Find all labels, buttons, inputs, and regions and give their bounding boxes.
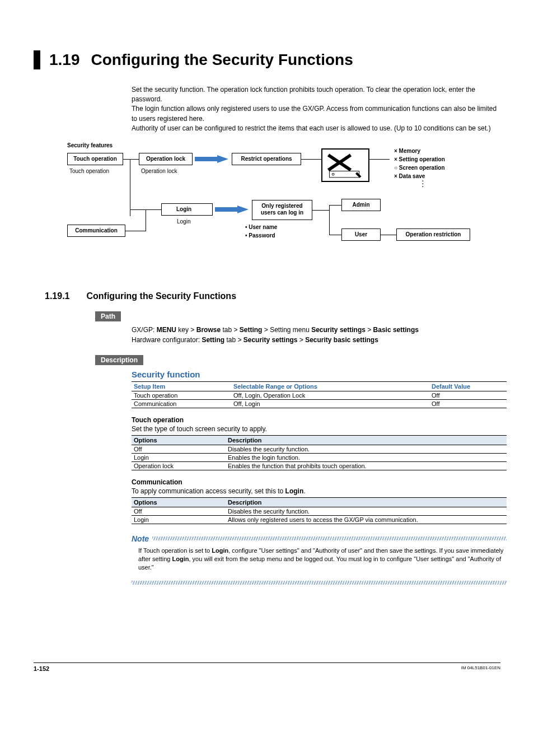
cell-opt: Operation lock (132, 461, 226, 470)
communication-table: Options Description Off Disables the sec… (132, 497, 507, 524)
ellipsis-icon: ··· (422, 180, 424, 188)
cell-item: Touch operation (132, 391, 231, 399)
cell-desc: Enables the login function. (226, 453, 507, 461)
page-footer: 1-152 IM 04L51B01-01EN (34, 662, 500, 672)
login-sub: Login (177, 218, 190, 225)
table-row: Touch operation Off, Login, Operation Lo… (132, 391, 507, 399)
path-sep: key > (176, 326, 196, 334)
cell-range: Off, Login (231, 399, 429, 408)
table-row: Options Description (132, 435, 507, 445)
table-row: Operation lock Enables the function that… (132, 461, 507, 470)
cell-opt: Login (132, 515, 226, 524)
path-setting: Setting (240, 326, 263, 334)
note-body: If Touch operation is set to Login, conf… (132, 543, 507, 581)
path-sep: > (297, 336, 305, 344)
svg-marker-5 (215, 206, 249, 213)
path-hw-lead: Hardware configurator: (132, 336, 202, 344)
restrict-operations-box: Restrict operations (232, 153, 301, 166)
path-sep: tab > (221, 326, 240, 334)
th-desc: Description (226, 435, 507, 445)
title-bar (34, 50, 40, 69)
th-default: Default Value (429, 381, 507, 391)
path-browse: Browse (196, 326, 221, 334)
table-row: Options Description (132, 497, 507, 507)
th-options: Options (132, 497, 226, 507)
note-block: Note If Touch operation is set to Login,… (132, 534, 507, 585)
user-name-label: • User name (245, 223, 277, 231)
communication-lead-b: Login (285, 487, 304, 495)
path-security-settings: Security settings (311, 326, 366, 334)
touch-operation-heading: Touch operation (132, 416, 500, 424)
communication-lead: To apply communication access security, … (132, 487, 500, 495)
login-box: Login (161, 203, 213, 216)
path-hw-sec: Security settings (243, 336, 298, 344)
page-number: 1-152 (34, 665, 49, 672)
bullet-setting-op: × Setting operation (394, 156, 445, 163)
doc-id: IM 04L51B01-01EN (461, 665, 500, 672)
arrow-icon (195, 155, 228, 163)
user-box: User (341, 228, 381, 241)
communication-lead-a: To apply communication access security, … (132, 487, 285, 495)
cell-default: Off (429, 391, 507, 399)
bullet-screen-op: ○ Screen operation (394, 164, 445, 171)
table-row: Login Enables the login function. (132, 453, 507, 461)
path-gxgp: GX/GP: MENU key > Browse tab > Setting >… (132, 325, 500, 335)
path-chip: Path (95, 311, 121, 321)
operation-restriction-box: Operation restriction (396, 228, 470, 241)
subsection-heading: 1.19.1 Configuring the Security Function… (45, 291, 500, 301)
only-registered-l2: users can log in (261, 209, 303, 216)
path-basic: Basic settings (373, 326, 419, 334)
path-sep: tab > (224, 336, 243, 344)
cell-opt: Login (132, 453, 226, 461)
admin-box: Admin (341, 199, 381, 212)
note-e: , you will exit from the setup menu and … (138, 556, 501, 571)
note-stripe-icon (152, 536, 507, 540)
path-hw: Hardware configurator: Setting tab > Sec… (132, 335, 500, 345)
cell-desc: Enables the function that prohibits touc… (226, 461, 507, 470)
note-stripe-icon (132, 581, 507, 585)
operation-lock-sub: Operation lock (141, 167, 177, 175)
subsection-title: Configuring the Security Functions (86, 291, 236, 301)
path-setting-menu: Setting menu (270, 326, 311, 334)
touch-operation-table: Options Description Off Disables the sec… (132, 435, 507, 470)
touch-operation-lead: Set the type of touch screen security to… (132, 425, 500, 433)
cross-screen-icon (324, 151, 367, 179)
path-lead: GX/GP: (132, 326, 157, 334)
cell-desc: Disables the security function. (226, 507, 507, 515)
cell-desc: Allows only registered users to access t… (226, 515, 507, 524)
cell-range: Off, Login, Operation Lock (231, 391, 429, 399)
subsection-number: 1.19.1 (45, 291, 69, 301)
note-a: If Touch operation is set to (138, 547, 212, 554)
path-sep: > (366, 326, 373, 334)
screen-box (321, 148, 369, 182)
path-block: GX/GP: MENU key > Browse tab > Setting >… (132, 325, 500, 345)
svg-marker-0 (195, 155, 228, 163)
th-setup-item: Setup Item (132, 381, 231, 391)
path-menu: MENU (157, 326, 176, 334)
bullet-data-save: × Data save (394, 172, 425, 180)
th-options: Options (132, 435, 226, 445)
communication-lead-c: . (303, 487, 305, 495)
intro-block: Set the security function. The operation… (132, 85, 500, 134)
th-desc: Description (226, 497, 507, 507)
table-row: Setup Item Selectable Range or Options D… (132, 381, 507, 391)
table-row: Off Disables the security function. (132, 445, 507, 453)
section-number: 1.19 (49, 50, 80, 69)
cell-item: Communication (132, 399, 231, 408)
table-row: Communication Off, Login Off (132, 399, 507, 408)
bullet-memory: × Memory (394, 147, 420, 155)
touch-operation-sub: Touch operation (69, 167, 109, 175)
communication-box: Communication (67, 225, 125, 237)
security-function-heading: Security function (132, 370, 500, 379)
security-function-table: Setup Item Selectable Range or Options D… (132, 381, 507, 408)
th-range: Selectable Range or Options (231, 381, 429, 391)
cell-opt: Off (132, 445, 226, 453)
communication-heading: Communication (132, 478, 500, 486)
cell-desc: Disables the security function. (226, 445, 507, 453)
cell-default: Off (429, 399, 507, 408)
touch-operation-box: Touch operation (67, 153, 123, 166)
section-heading: Configuring the Security Functions (91, 50, 353, 69)
intro-p2: The login function allows only registere… (132, 104, 500, 124)
intro-p1: Set the security function. The operation… (132, 85, 500, 105)
svg-point-4 (332, 173, 334, 175)
